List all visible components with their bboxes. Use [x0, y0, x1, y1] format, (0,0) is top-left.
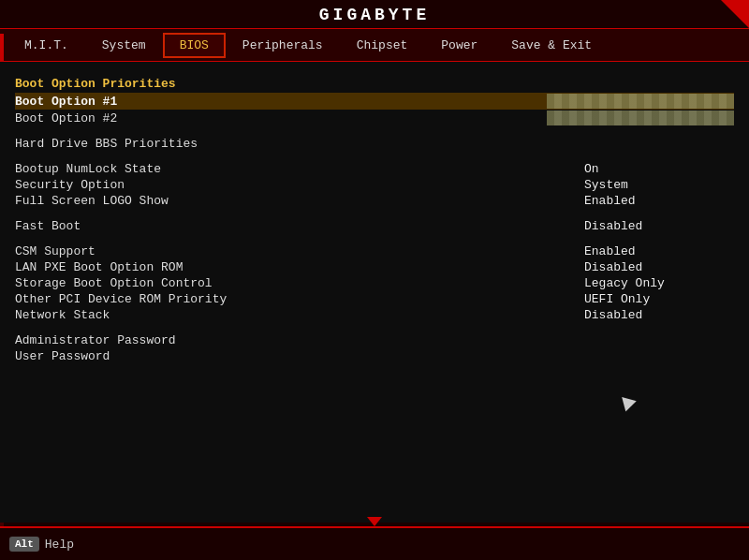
- row-admin-password[interactable]: Administrator Password: [15, 332, 734, 348]
- logo-value: Enabled: [584, 194, 734, 208]
- security-value: System: [584, 178, 734, 192]
- spacer-5: [15, 323, 734, 332]
- section-boot-label: Boot Option Priorities: [15, 77, 734, 91]
- network-stack-label: Network Stack: [15, 308, 110, 322]
- boot-option-1-label: Boot Option #1: [15, 95, 117, 109]
- nav-system[interactable]: System: [85, 33, 163, 58]
- csm-label: CSM Support: [15, 244, 95, 258]
- logo-label: Full Screen LOGO Show: [15, 194, 169, 208]
- help-text: Help: [45, 538, 74, 552]
- nav-peripherals[interactable]: Peripherals: [226, 33, 340, 58]
- numlock-value: On: [584, 162, 734, 176]
- spacer-2: [15, 152, 734, 161]
- navbar: M.I.T. System BIOS Peripherals Chipset P…: [0, 28, 749, 62]
- lan-pxe-label: LAN PXE Boot Option ROM: [15, 260, 183, 274]
- spacer-3: [15, 209, 734, 218]
- nav-bios[interactable]: BIOS: [163, 33, 226, 58]
- other-pci-value: UEFI Only: [584, 292, 734, 306]
- row-hdd-bbs[interactable]: Hard Drive BBS Priorities: [15, 136, 734, 152]
- row-other-pci[interactable]: Other PCI Device ROM Priority UEFI Only: [15, 291, 734, 307]
- row-user-password[interactable]: User Password: [15, 348, 734, 364]
- lan-pxe-value: Disabled: [584, 260, 734, 274]
- fastboot-value: Disabled: [584, 219, 734, 233]
- nav-power[interactable]: Power: [424, 33, 494, 58]
- row-network-stack[interactable]: Network Stack Disabled: [15, 307, 734, 323]
- nav-chipset[interactable]: Chipset: [340, 33, 425, 58]
- nav-mit[interactable]: M.I.T.: [7, 33, 85, 58]
- row-fastboot[interactable]: Fast Boot Disabled: [15, 218, 734, 234]
- user-password-label: User Password: [15, 349, 110, 363]
- spacer-1: [15, 126, 734, 136]
- csm-value: Enabled: [584, 244, 734, 258]
- storage-boot-label: Storage Boot Option Control: [15, 276, 213, 290]
- row-logo[interactable]: Full Screen LOGO Show Enabled: [15, 193, 734, 209]
- row-boot-option-2[interactable]: Boot Option #2: [15, 110, 734, 126]
- boot-option-1-value: [547, 94, 734, 109]
- corner-accent: [721, 0, 749, 28]
- network-stack-value: Disabled: [584, 308, 734, 322]
- admin-password-label: Administrator Password: [15, 333, 176, 347]
- brand-title: GIGABYTE: [319, 6, 430, 24]
- main-content: Boot Option Priorities Boot Option #1 Bo…: [0, 62, 749, 523]
- hdd-bbs-label: Hard Drive BBS Priorities: [15, 137, 198, 151]
- security-label: Security Option: [15, 178, 125, 192]
- fastboot-label: Fast Boot: [15, 219, 81, 233]
- storage-boot-value: Legacy Only: [584, 276, 734, 290]
- bottom-bar: Alt Help: [0, 526, 749, 560]
- mouse-cursor: [622, 393, 639, 411]
- boot-option-2-value: [547, 111, 734, 125]
- row-lan-pxe[interactable]: LAN PXE Boot Option ROM Disabled: [15, 259, 734, 275]
- bottom-triangle: [367, 517, 382, 526]
- spacer-4: [15, 234, 734, 243]
- numlock-label: Bootup NumLock State: [15, 162, 161, 176]
- row-security[interactable]: Security Option System: [15, 177, 734, 193]
- nav-save-exit[interactable]: Save & Exit: [494, 33, 609, 58]
- other-pci-label: Other PCI Device ROM Priority: [15, 292, 227, 306]
- row-boot-option-1[interactable]: Boot Option #1: [15, 93, 734, 110]
- row-csm[interactable]: CSM Support Enabled: [15, 243, 734, 259]
- header: GIGABYTE: [0, 0, 749, 28]
- alt-key: Alt: [9, 537, 39, 552]
- row-numlock[interactable]: Bootup NumLock State On: [15, 161, 734, 177]
- boot-option-2-label: Boot Option #2: [15, 111, 117, 125]
- row-storage-boot[interactable]: Storage Boot Option Control Legacy Only: [15, 275, 734, 291]
